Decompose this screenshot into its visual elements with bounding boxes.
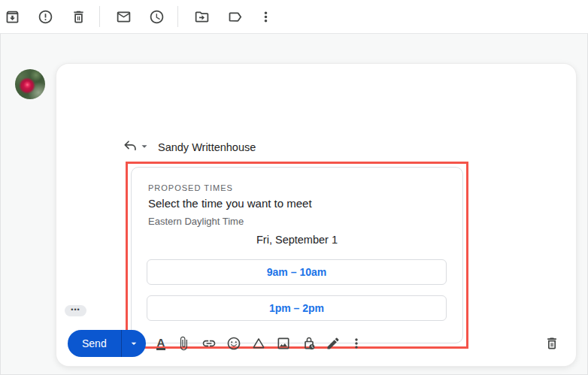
recipient-name: Sandy Writtenhouse (158, 141, 256, 153)
drive-icon (251, 336, 266, 351)
time-slot-button[interactable]: 9am – 10am (147, 259, 447, 285)
formatting-options-button[interactable]: A (153, 335, 169, 352)
sender-avatar[interactable] (15, 69, 45, 99)
proposed-times-panel: PROPOSED TIMES Select the time you want … (131, 167, 463, 343)
proposed-times-kicker: PROPOSED TIMES (148, 183, 233, 192)
reply-type-button[interactable] (122, 138, 138, 155)
more-compose-options-button[interactable] (348, 335, 365, 352)
labels-icon (227, 9, 243, 25)
archive-button[interactable] (3, 8, 21, 26)
labels-button[interactable] (226, 8, 244, 26)
snooze-icon (149, 9, 165, 25)
insert-emoji-button[interactable] (226, 335, 242, 352)
insert-image-button[interactable] (275, 335, 292, 352)
ellipsis-icon: ••• (71, 307, 80, 313)
mark-unread-icon (116, 9, 132, 25)
insert-link-button[interactable] (201, 335, 217, 352)
move-to-button[interactable] (192, 8, 211, 26)
report-spam-button[interactable] (36, 8, 54, 26)
confidential-mode-icon (302, 336, 317, 351)
more-options-button[interactable] (256, 8, 274, 26)
delete-button[interactable] (69, 8, 87, 26)
formatting-icon: A (156, 337, 166, 350)
snooze-button[interactable] (147, 8, 165, 26)
proposed-times-title: Select the time you want to meet (148, 197, 312, 210)
insert-image-icon (276, 336, 291, 351)
highlight-red-box: PROPOSED TIMES Select the time you want … (126, 162, 468, 349)
archive-icon (5, 9, 20, 25)
gmail-message-view: { "colors": { "send_blue": "#0b57d0", "s… (0, 0, 588, 375)
toolbar-divider (99, 6, 100, 27)
send-options-button[interactable] (121, 330, 146, 357)
discard-draft-button[interactable] (544, 335, 560, 352)
move-to-icon (194, 9, 210, 25)
proposed-times-timezone: Eastern Daylight Time (148, 216, 244, 227)
message-toolbar (0, 0, 588, 34)
send-button[interactable]: Send (68, 330, 121, 357)
insert-emoji-icon (226, 336, 241, 351)
insert-from-drive-button[interactable] (250, 335, 267, 352)
proposed-times-date: Fri, September 1 (132, 234, 462, 246)
time-slot-button[interactable]: 1pm – 2pm (147, 295, 447, 321)
chevron-down-icon (139, 141, 150, 152)
attach-file-button[interactable] (175, 335, 192, 352)
confidential-mode-button[interactable] (301, 335, 317, 352)
insert-link-icon (202, 336, 217, 351)
discard-draft-icon (544, 336, 559, 351)
insert-signature-button[interactable] (325, 335, 341, 352)
send-button-group: Send (68, 330, 146, 357)
more-options-icon (349, 336, 364, 351)
chevron-down-icon (128, 337, 140, 349)
reply-icon (123, 138, 138, 153)
more-options-icon (258, 9, 274, 25)
mark-unread-button[interactable] (114, 8, 132, 26)
toolbar-divider (177, 6, 178, 27)
reply-compose-card: Sandy Writtenhouse PROPOSED TIMES Select… (56, 64, 576, 366)
reply-dropdown-button[interactable] (139, 141, 150, 152)
delete-icon (71, 9, 86, 25)
show-trimmed-content-button[interactable]: ••• (65, 305, 86, 316)
signature-pen-icon (326, 336, 341, 351)
report-spam-icon (38, 9, 53, 25)
attach-file-icon (176, 336, 191, 351)
